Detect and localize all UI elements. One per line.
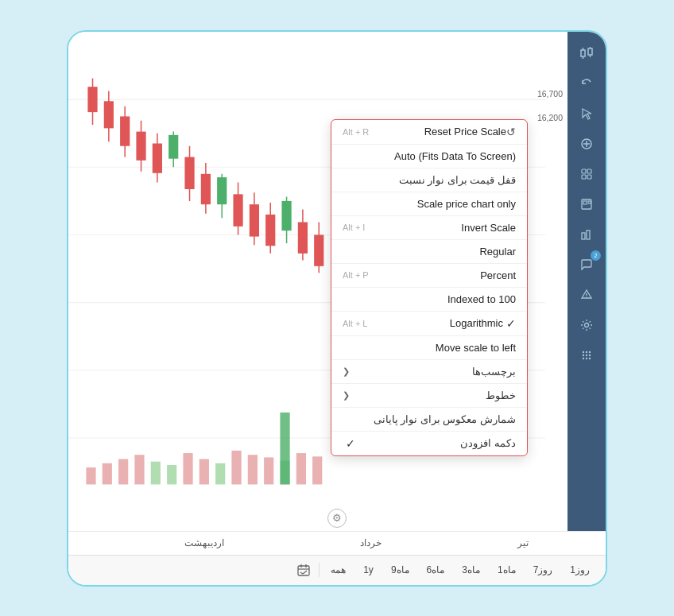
alert-sidebar-icon[interactable] <box>575 283 598 307</box>
svg-rect-11 <box>120 116 130 145</box>
svg-point-76 <box>583 354 584 355</box>
svg-rect-51 <box>280 412 289 483</box>
shortcut-log: Alt + L <box>343 319 368 328</box>
label-countdown: شمارش معکوس برای نوار پایانی <box>343 413 516 425</box>
time-label-khordad: خرداد <box>360 537 382 548</box>
chart-area: 16,700 16,200 Alt + R Reset Price Scale … <box>68 32 606 531</box>
svg-rect-39 <box>134 455 144 484</box>
shortcut-percent: Alt + P <box>343 270 369 280</box>
svg-point-72 <box>585 323 589 327</box>
menu-item-invert-scale[interactable]: Alt + I Invert Scale <box>331 216 527 240</box>
svg-rect-17 <box>168 134 178 158</box>
menu-item-indexed[interactable]: Indexed to 100 <box>331 288 527 312</box>
svg-rect-38 <box>118 459 128 484</box>
check-add-button: ✓ <box>346 437 355 450</box>
svg-point-78 <box>589 354 591 355</box>
nav-btn-1m[interactable]: 1ماه <box>491 562 522 578</box>
menu-item-lock-price[interactable]: قفل قیمت برای نوار نسبت <box>331 169 527 192</box>
chat-sidebar-icon[interactable]: 2 <box>575 253 598 277</box>
nav-btn-7d[interactable]: 7روز <box>527 562 560 578</box>
menu-item-regular[interactable]: Regular <box>331 240 527 264</box>
nav-btn-1d[interactable]: 1روز <box>564 562 596 578</box>
grid-sidebar-icon[interactable] <box>575 343 598 367</box>
chart-type-sidebar-icon[interactable] <box>575 223 598 246</box>
time-axis-bar: اردیبهشت خرداد تیر <box>68 531 606 555</box>
svg-rect-27 <box>250 204 259 236</box>
indicator-sidebar-icon[interactable] <box>575 162 598 186</box>
right-sidebar: 2 <box>567 32 606 531</box>
svg-rect-82 <box>298 566 309 575</box>
context-menu: Alt + R Reset Price Scale ↺ Auto (Fits D… <box>331 119 528 456</box>
calendar-nav-icon[interactable] <box>293 560 314 580</box>
menu-item-scale-price-chart[interactable]: Scale price chart only <box>331 192 527 216</box>
svg-rect-62 <box>587 169 591 173</box>
reset-icon: ↺ <box>506 126 516 138</box>
svg-rect-46 <box>248 455 258 484</box>
label-labels: برچسب‌ها <box>356 366 516 378</box>
time-labels-container: اردیبهشت خرداد تیر <box>116 537 596 548</box>
label-lock-price: قفل قیمت برای نوار نسبت <box>343 174 516 186</box>
svg-rect-36 <box>86 467 95 484</box>
label-reset-price-scale: Reset Price Scale <box>374 126 506 138</box>
svg-line-87 <box>303 571 307 574</box>
bottom-nav-bar: همه 1y 9ماه 6ماه 3ماه 1ماه 7روز 1روز <box>68 555 606 585</box>
label-lines: خطوط <box>356 389 516 401</box>
shortcut-invert: Alt + I <box>343 223 365 232</box>
svg-rect-64 <box>587 175 591 179</box>
svg-rect-52 <box>581 50 585 56</box>
svg-rect-23 <box>217 177 227 204</box>
svg-rect-55 <box>588 48 592 55</box>
settings-sidebar-icon[interactable] <box>575 313 598 337</box>
svg-rect-21 <box>201 173 211 203</box>
svg-rect-29 <box>265 214 275 245</box>
menu-item-labels[interactable]: برچسب‌ها ❮ <box>331 360 527 384</box>
svg-rect-33 <box>298 222 308 253</box>
nav-btn-1y[interactable]: 1y <box>357 562 380 578</box>
label-add-button: دکمه افزودن <box>362 437 516 449</box>
menu-item-logarithmic[interactable]: Alt + L Logarithmic ✓ <box>331 312 527 336</box>
label-indexed: Indexed to 100 <box>343 293 516 305</box>
chart-gear-icon[interactable]: ⚙ <box>327 509 347 528</box>
svg-rect-19 <box>184 157 194 188</box>
nav-btn-all[interactable]: همه <box>324 562 352 578</box>
chevron-lines-icon: ❮ <box>343 390 350 401</box>
label-logarithmic: Logarithmic <box>373 317 504 329</box>
svg-point-75 <box>589 351 591 352</box>
svg-rect-9 <box>104 101 114 128</box>
svg-rect-15 <box>153 143 162 172</box>
label-regular: Regular <box>343 246 516 258</box>
svg-rect-61 <box>582 169 586 173</box>
svg-rect-68 <box>582 233 585 239</box>
nav-btn-6m[interactable]: 6ماه <box>420 562 451 578</box>
check-logarithmic: ✓ <box>506 317 516 330</box>
svg-rect-47 <box>264 457 273 484</box>
svg-point-77 <box>586 354 587 355</box>
menu-item-add-button[interactable]: دکمه افزودن ✓ <box>331 432 527 455</box>
svg-rect-13 <box>136 131 145 160</box>
undo-sidebar-icon[interactable] <box>575 72 598 95</box>
label-move-scale-left: Move scale to left <box>343 342 516 354</box>
cursor-sidebar-icon[interactable] <box>575 102 598 126</box>
svg-rect-25 <box>233 194 242 226</box>
svg-rect-31 <box>281 200 291 230</box>
chat-badge: 2 <box>591 250 601 261</box>
menu-item-move-scale-left[interactable]: Move scale to left <box>331 336 527 360</box>
nav-btn-3m[interactable]: 3ماه <box>455 562 486 578</box>
candlestick-sidebar-icon[interactable] <box>575 41 598 65</box>
menu-item-percent[interactable]: Alt + P Percent <box>331 264 527 288</box>
compare-sidebar-icon[interactable] <box>575 132 598 156</box>
time-label-tir: تیر <box>517 537 529 548</box>
menu-item-countdown[interactable]: شمارش معکوس برای نوار پایانی <box>331 408 527 432</box>
menu-item-lines[interactable]: خطوط ❮ <box>331 384 527 408</box>
svg-rect-41 <box>167 464 176 483</box>
label-invert-scale: Invert Scale <box>370 222 516 234</box>
nav-btn-9m[interactable]: 9ماه <box>385 562 416 578</box>
label-scale-price-chart: Scale price chart only <box>343 198 516 210</box>
chevron-labels-icon: ❮ <box>343 366 350 377</box>
menu-item-reset-price-scale[interactable]: Alt + R Reset Price Scale ↺ <box>331 120 527 145</box>
shortcut-reset: Alt + R <box>343 127 369 137</box>
time-label-ordibehesht: اردیبهشت <box>184 537 224 548</box>
menu-item-auto-fit[interactable]: Auto (Fits Data To Screen) <box>331 145 527 169</box>
svg-rect-49 <box>296 453 306 484</box>
template-sidebar-icon[interactable] <box>575 192 598 216</box>
